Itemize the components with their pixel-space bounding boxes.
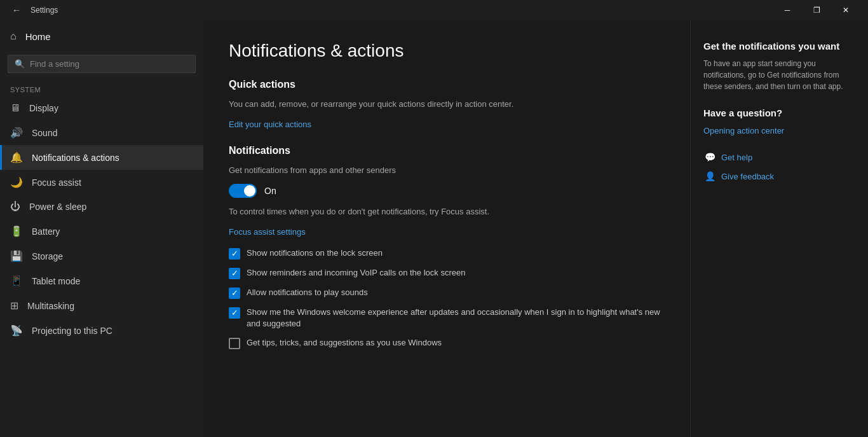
quick-actions-title: Quick actions <box>229 79 665 90</box>
focus-assist-description: To control times when you do or don't ge… <box>229 205 665 218</box>
right-panel: Get the notifications you want To have a… <box>690 20 868 437</box>
search-icon: 🔍 <box>15 59 25 69</box>
checkmark-voip-icon: ✓ <box>231 268 238 278</box>
sidebar-section-system: System <box>0 78 203 96</box>
sidebar-item-display[interactable]: 🖥 Display <box>0 96 203 120</box>
sidebar-item-projecting[interactable]: 📡 Projecting to this PC <box>0 318 203 343</box>
checkbox-lock-screen: ✓ Show notifications on the lock screen <box>229 247 665 260</box>
main-content: Notifications & actions Quick actions Yo… <box>203 20 690 437</box>
feedback-icon: 👤 <box>703 170 716 183</box>
give-feedback-link[interactable]: Give feedback <box>721 172 774 181</box>
display-icon: 🖥 <box>10 102 20 114</box>
sidebar-label-multitasking: Multitasking <box>27 301 74 311</box>
opening-action-center-row: Opening action center <box>703 126 855 135</box>
checkbox-lock-screen-input[interactable]: ✓ <box>229 248 240 260</box>
multitasking-icon: ⊞ <box>10 300 18 312</box>
page-title: Notifications & actions <box>229 41 665 61</box>
content-scroll: Notifications & actions Quick actions Yo… <box>229 41 665 349</box>
back-button[interactable]: ← <box>8 1 25 19</box>
sidebar-label-battery: Battery <box>32 226 60 237</box>
sidebar-label-sound: Sound <box>32 128 57 138</box>
sidebar-item-home[interactable]: ⌂ Home <box>0 23 203 50</box>
search-box[interactable]: 🔍 <box>8 55 196 73</box>
checkbox-sounds-label: Allow notifications to play sounds <box>247 287 368 298</box>
sidebar: ⌂ Home 🔍 System 🖥 Display 🔊 Sound 🔔 Noti… <box>0 20 203 437</box>
sidebar-item-storage[interactable]: 💾 Storage <box>0 244 203 268</box>
get-help-link[interactable]: Get help <box>721 153 752 162</box>
sidebar-label-notifications: Notifications & actions <box>32 153 119 163</box>
quick-actions-description: You can add, remove, or rearrange your q… <box>229 98 665 111</box>
checkbox-voip-label: Show reminders and incoming VoIP calls o… <box>247 267 465 279</box>
sidebar-item-sound[interactable]: 🔊 Sound <box>0 120 203 145</box>
sidebar-item-notifications[interactable]: 🔔 Notifications & actions <box>0 145 203 170</box>
edit-quick-actions-link[interactable]: Edit your quick actions <box>229 120 311 129</box>
titlebar: ← Settings ─ ❐ ✕ <box>0 0 868 20</box>
sidebar-label-projecting: Projecting to this PC <box>32 326 112 336</box>
checkbox-voip: ✓ Show reminders and incoming VoIP calls… <box>229 267 665 279</box>
tablet-icon: 📱 <box>10 275 23 287</box>
checkbox-tips-label: Get tips, tricks, and suggestions as you… <box>247 337 442 349</box>
get-notifications-label: Get notifications from apps and other se… <box>229 164 665 177</box>
sidebar-item-multitasking[interactable]: ⊞ Multitasking <box>0 293 203 318</box>
help-icon: 💬 <box>703 151 716 163</box>
opening-action-center-link[interactable]: Opening action center <box>703 126 784 135</box>
checkbox-welcome-label: Show me the Windows welcome experience a… <box>247 307 665 329</box>
checkmark-icon: ✓ <box>231 249 238 258</box>
sound-icon: 🔊 <box>10 127 23 139</box>
sidebar-label-focus-assist: Focus assist <box>32 177 81 188</box>
maximize-button[interactable]: ❐ <box>802 0 831 20</box>
projecting-icon: 📡 <box>10 324 23 336</box>
notifications-toggle-row: On <box>229 184 665 198</box>
checkbox-sounds-input[interactable]: ✓ <box>229 288 240 299</box>
get-help-row: 💬 Get help <box>703 151 855 163</box>
sidebar-item-battery[interactable]: 🔋 Battery <box>0 219 203 244</box>
notifications-toggle[interactable] <box>229 184 257 198</box>
checkmark-welcome-icon: ✓ <box>231 308 238 317</box>
notifications-icon: 🔔 <box>10 151 23 163</box>
toggle-thumb <box>244 185 255 197</box>
home-icon: ⌂ <box>10 31 17 42</box>
get-notifications-text: To have an app start sending you notific… <box>703 58 855 92</box>
sidebar-item-focus-assist[interactable]: 🌙 Focus assist <box>0 170 203 195</box>
sidebar-item-power-sleep[interactable]: ⏻ Power & sleep <box>0 195 203 219</box>
give-feedback-row: 👤 Give feedback <box>703 170 855 183</box>
get-notifications-title: Get the notifications you want <box>703 41 855 52</box>
titlebar-title: Settings <box>31 6 58 15</box>
have-question-title: Have a question? <box>703 108 855 118</box>
app-container: ⌂ Home 🔍 System 🖥 Display 🔊 Sound 🔔 Noti… <box>0 20 868 437</box>
search-input[interactable] <box>30 59 189 69</box>
minimize-button[interactable]: ─ <box>773 0 802 20</box>
window-controls: ─ ❐ ✕ <box>773 0 860 20</box>
storage-icon: 💾 <box>10 250 23 262</box>
checkbox-lock-screen-label: Show notifications on the lock screen <box>247 247 383 259</box>
checkbox-tips: Get tips, tricks, and suggestions as you… <box>229 337 665 349</box>
focus-assist-icon: 🌙 <box>10 176 23 188</box>
sidebar-label-display: Display <box>29 103 58 113</box>
sidebar-label-storage: Storage <box>32 251 63 261</box>
checkbox-welcome-input[interactable]: ✓ <box>229 307 240 319</box>
sidebar-item-tablet-mode[interactable]: 📱 Tablet mode <box>0 268 203 293</box>
checkbox-tips-input[interactable] <box>229 338 240 349</box>
power-icon: ⏻ <box>10 201 20 212</box>
checkbox-sounds: ✓ Allow notifications to play sounds <box>229 287 665 299</box>
checkmark-sounds-icon: ✓ <box>231 288 238 298</box>
sidebar-label-power-sleep: Power & sleep <box>29 202 86 212</box>
battery-icon: 🔋 <box>10 225 23 237</box>
sidebar-home-label: Home <box>25 31 51 42</box>
notifications-section-title: Notifications <box>229 145 665 156</box>
focus-assist-settings-link[interactable]: Focus assist settings <box>229 227 306 237</box>
close-button[interactable]: ✕ <box>831 0 860 20</box>
toggle-label: On <box>264 186 276 196</box>
checkbox-welcome: ✓ Show me the Windows welcome experience… <box>229 307 665 329</box>
back-icon: ← <box>12 5 21 15</box>
sidebar-label-tablet: Tablet mode <box>32 276 80 286</box>
checkbox-voip-input[interactable]: ✓ <box>229 268 240 279</box>
